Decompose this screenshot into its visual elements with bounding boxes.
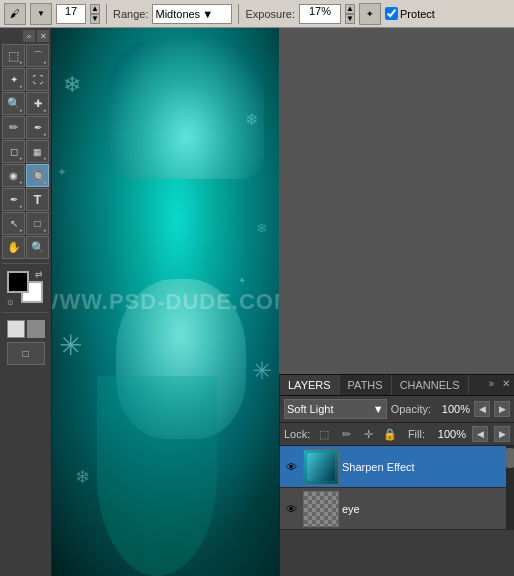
fill-decrease-btn[interactable]: ◀: [472, 426, 488, 442]
switch-colors-icon[interactable]: ⇄: [35, 269, 43, 279]
canvas-image: ❄ ❄ ✳ ✳ ❄ ❄ ✦ ✦ WWW.PSD-DUDE.COM: [52, 28, 279, 576]
divider-1: [2, 263, 49, 264]
tools-row-4: ✏ ✒▸: [2, 116, 49, 139]
quick-mask-area: [2, 320, 49, 338]
opacity-increase-btn[interactable]: ▶: [494, 401, 510, 417]
blend-mode-row: Soft Light ▼ Opacity: 100% ◀ ▶: [280, 396, 514, 423]
watermark: WWW.PSD-DUDE.COM: [52, 289, 279, 315]
path-selection-tool[interactable]: ↖▸: [2, 212, 25, 235]
default-colors-icon[interactable]: ⊙: [7, 298, 14, 307]
main-area: » ✕ ⬚▸ ⌒▸ ✦▸ ⛶ 🔍▸ ✚▸ ✏ ✒▸ ◻▸ ▦▸ ◉▸: [0, 28, 514, 576]
tools-row-7: ✒▸ T: [2, 188, 49, 211]
foreground-color-swatch[interactable]: [7, 271, 29, 293]
text-tool[interactable]: T: [26, 188, 49, 211]
top-toolbar: 🖌 ▼ 17 ▲▼ Range: Midtones▼ Exposure: 17%…: [0, 0, 514, 28]
pen-tool[interactable]: ✒▸: [2, 188, 25, 211]
quick-mask-btn[interactable]: [27, 320, 45, 338]
protect-checkbox-area[interactable]: Protect: [385, 7, 435, 20]
layers-panel-tabs: LAYERS PATHS CHANNELS » ✕: [280, 375, 514, 396]
panel-close-icon[interactable]: ✕: [502, 378, 510, 389]
tools-row-9: ✋ 🔍: [2, 236, 49, 259]
standard-mode-btn[interactable]: [7, 320, 25, 338]
tools-row-5: ◻▸ ▦▸: [2, 140, 49, 163]
crown-shape: [109, 39, 264, 179]
magic-wand-tool[interactable]: ✦▸: [2, 68, 25, 91]
clone-stamp-tool[interactable]: ✒▸: [26, 116, 49, 139]
layer-name-eye: eye: [342, 503, 512, 515]
airbrush-icon[interactable]: ✦: [359, 3, 381, 25]
layer-scroll-thumb[interactable]: [506, 448, 514, 468]
tab-channels[interactable]: CHANNELS: [392, 375, 469, 395]
range-dropdown[interactable]: Midtones▼: [152, 4, 232, 24]
layer-scrollbar-area-2: [506, 488, 514, 529]
blend-mode-dropdown[interactable]: Soft Light ▼: [284, 399, 387, 419]
zoom-tool[interactable]: 🔍: [26, 236, 49, 259]
exposure-spinner[interactable]: ▲▼: [345, 4, 355, 24]
lock-pixels-btn[interactable]: ✏: [338, 426, 354, 442]
layer-item-sharpen[interactable]: 👁 Sharpen Effect: [280, 446, 514, 488]
opacity-label: Opacity:: [391, 403, 431, 415]
color-swatch-area[interactable]: ⇄ ⊙: [7, 271, 45, 305]
layer-name-sharpen: Sharpen Effect: [342, 461, 512, 473]
lock-label: Lock:: [284, 428, 310, 440]
eraser-tool[interactable]: ◻▸: [2, 140, 25, 163]
protect-label: Protect: [400, 8, 435, 20]
lasso-tool[interactable]: ⌒▸: [26, 44, 49, 67]
opacity-decrease-btn[interactable]: ◀: [474, 401, 490, 417]
canvas-area[interactable]: ❄ ❄ ✳ ✳ ❄ ❄ ✦ ✦ WWW.PSD-DUDE.COM: [52, 28, 279, 576]
tools-collapse-btn[interactable]: »: [23, 30, 35, 42]
blur-tool[interactable]: ◉▸: [2, 164, 25, 187]
tab-layers[interactable]: LAYERS: [280, 375, 340, 395]
brush-tool[interactable]: ✏: [2, 116, 25, 139]
hair-shape: [97, 376, 217, 576]
tab-paths[interactable]: PATHS: [340, 375, 392, 395]
opacity-value: 100%: [435, 403, 470, 415]
dodge-tool[interactable]: 🔘▸: [26, 164, 49, 187]
range-label: Range:: [113, 8, 148, 20]
separator-1: [106, 4, 107, 24]
layers-panel-container: LAYERS PATHS CHANNELS » ✕ Soft Light ▼ O…: [279, 28, 514, 576]
healing-tool[interactable]: ✚▸: [26, 92, 49, 115]
separator-2: [238, 4, 239, 24]
blend-mode-arrow: ▼: [373, 403, 384, 415]
layer-eye-sharpen[interactable]: 👁: [282, 458, 300, 476]
size-spinner[interactable]: ▲▼: [90, 4, 100, 24]
exposure-label: Exposure:: [245, 8, 295, 20]
shape-tool[interactable]: □▸: [26, 212, 49, 235]
lock-position-btn[interactable]: ✛: [360, 426, 376, 442]
layers-panel: LAYERS PATHS CHANNELS » ✕ Soft Light ▼ O…: [279, 374, 514, 576]
lock-row: Lock: ⬚ ✏ ✛ 🔒 Fill: 100% ◀ ▶: [280, 423, 514, 446]
eyedropper-tool[interactable]: 🔍▸: [2, 92, 25, 115]
panel-expand-icon[interactable]: »: [488, 378, 494, 389]
fill-increase-btn[interactable]: ▶: [494, 426, 510, 442]
gradient-tool[interactable]: ▦▸: [26, 140, 49, 163]
tools-row-2: ✦▸ ⛶: [2, 68, 49, 91]
tools-row-3: 🔍▸ ✚▸: [2, 92, 49, 115]
layer-thumbnail-eye: [303, 491, 339, 527]
tools-row-1: ⬚▸ ⌒▸: [2, 44, 49, 67]
tools-row-8: ↖▸ □▸: [2, 212, 49, 235]
layer-eye-eye[interactable]: 👁: [282, 500, 300, 518]
tool-icon-btn[interactable]: 🖌: [4, 3, 26, 25]
tools-panel: » ✕ ⬚▸ ⌒▸ ✦▸ ⛶ 🔍▸ ✚▸ ✏ ✒▸ ◻▸ ▦▸ ◉▸: [0, 28, 52, 576]
brush-options-btn[interactable]: ▼: [30, 3, 52, 25]
fill-value: 100%: [431, 428, 466, 440]
marquee-tool[interactable]: ⬚▸: [2, 44, 25, 67]
protect-checkbox[interactable]: [385, 7, 398, 20]
blend-mode-value: Soft Light: [287, 403, 333, 415]
layer-scrollbar-area: [506, 446, 514, 487]
exposure-input[interactable]: 17%: [299, 4, 341, 24]
screen-mode-btn[interactable]: □: [7, 342, 45, 365]
upper-right-area: [279, 28, 514, 374]
crop-tool[interactable]: ⛶: [26, 68, 49, 91]
hand-tool[interactable]: ✋: [2, 236, 25, 259]
size-input[interactable]: 17: [56, 4, 86, 24]
tools-panel-header: » ✕: [2, 30, 49, 42]
lock-transparent-btn[interactable]: ⬚: [316, 426, 332, 442]
layer-item-eye[interactable]: 👁 eye: [280, 488, 514, 530]
layer-thumbnail-sharpen: [303, 449, 339, 485]
tools-row-6: ◉▸ 🔘▸: [2, 164, 49, 187]
tools-close-btn[interactable]: ✕: [37, 30, 49, 42]
divider-2: [2, 312, 49, 313]
lock-all-btn[interactable]: 🔒: [382, 426, 398, 442]
